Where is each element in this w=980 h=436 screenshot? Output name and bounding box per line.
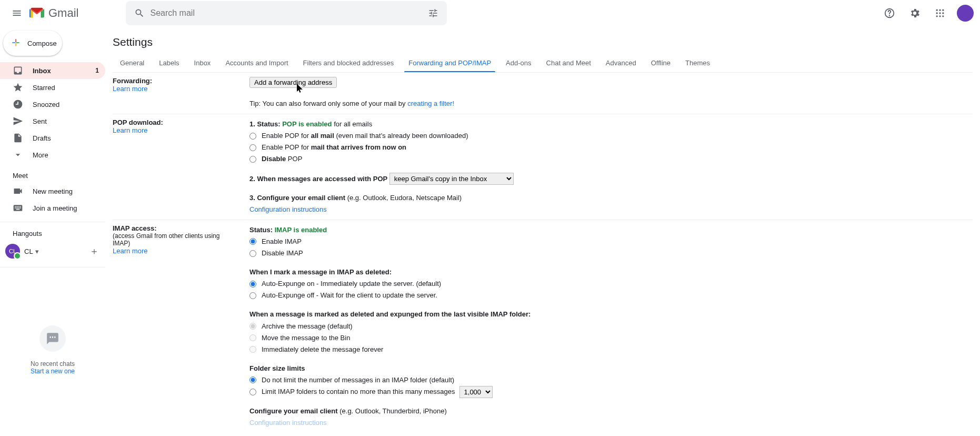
radio-input[interactable] — [249, 144, 256, 151]
tab-chat-and-meet[interactable]: Chat and Meet — [539, 54, 598, 72]
radio-input[interactable] — [249, 334, 256, 341]
svg-point-3 — [939, 9, 941, 11]
radio-input[interactable] — [249, 292, 256, 299]
search-icon — [134, 8, 145, 18]
caret-down-icon[interactable]: ▾ — [35, 247, 39, 255]
radio-input[interactable] — [249, 323, 256, 330]
tab-accounts-and-import[interactable]: Accounts and Import — [218, 54, 295, 72]
pop-disable-option[interactable]: Disable POP — [249, 153, 973, 165]
keyboard-icon — [13, 203, 23, 213]
page-title: Settings — [113, 36, 973, 48]
sidebar-item-inbox[interactable]: Inbox 1 — [0, 62, 105, 79]
radio-input[interactable] — [249, 250, 256, 257]
radio-input[interactable] — [249, 376, 256, 383]
settings-content: Settings GeneralLabelsInboxAccounts and … — [105, 26, 980, 436]
sidebar-item-join-meeting[interactable]: Join a meeting — [0, 200, 105, 216]
tab-forwarding-and-pop-imap[interactable]: Forwarding and POP/IMAP — [401, 54, 498, 72]
svg-point-4 — [942, 9, 944, 11]
archive-option[interactable]: Archive the message (default) — [249, 321, 973, 332]
tab-inbox[interactable]: Inbox — [187, 54, 218, 72]
hangouts-user-row[interactable]: CL CL ▾ ＋ — [0, 241, 105, 262]
settings-button[interactable] — [904, 3, 925, 24]
svg-point-6 — [939, 12, 941, 14]
main-menu-button[interactable] — [4, 1, 29, 26]
limit-option[interactable]: Limit IMAP folders to contain no more th… — [249, 386, 973, 398]
sidebar-item-more[interactable]: More — [0, 146, 105, 163]
support-button[interactable] — [879, 3, 900, 24]
pop-action-select[interactable]: keep Gmail's copy in the Inbox — [389, 173, 514, 185]
compose-button[interactable]: Compose — [3, 31, 62, 56]
expunge-on-option[interactable]: Auto-Expunge on - Immediately update the… — [249, 278, 973, 290]
delete-forever-option[interactable]: Immediately delete the message forever — [249, 344, 973, 355]
search-button[interactable] — [129, 3, 150, 24]
inbox-count: 1 — [95, 67, 99, 74]
add-forwarding-address-button[interactable]: Add a forwarding address — [249, 77, 337, 88]
radio-input[interactable] — [249, 238, 256, 245]
gmail-logo[interactable]: Gmail — [29, 6, 78, 20]
imap-status-prefix: Status: — [249, 226, 275, 234]
svg-point-1 — [889, 15, 890, 16]
sidebar-item-new-meeting[interactable]: New meeting — [0, 183, 105, 200]
no-limit-option[interactable]: Do not limit the number of messages in a… — [249, 374, 973, 386]
chat-bubble-icon — [39, 325, 66, 352]
imap-config-instructions-link[interactable]: Configuration instructions — [249, 419, 327, 427]
svg-point-9 — [939, 15, 941, 17]
pop-enable-all-option[interactable]: Enable POP for all mail (even mail that'… — [249, 130, 973, 142]
pop-label: POP download: — [113, 118, 239, 126]
tab-labels[interactable]: Labels — [152, 54, 186, 72]
forwarding-label: Forwarding: — [113, 77, 239, 85]
svg-point-2 — [936, 9, 938, 11]
user-avatar-icon: CL — [5, 244, 20, 259]
chevron-down-icon — [13, 150, 23, 160]
sidebar-item-sent[interactable]: Sent — [0, 113, 105, 130]
forwarding-learn-more-link[interactable]: Learn more — [113, 85, 147, 93]
pop-config-instructions-link[interactable]: Configuration instructions — [249, 205, 327, 213]
radio-input[interactable] — [249, 133, 256, 140]
svg-point-7 — [942, 12, 944, 14]
folder-limit-select[interactable]: 1,000 — [459, 386, 493, 398]
account-button[interactable] — [955, 3, 976, 24]
file-icon — [13, 133, 23, 143]
start-new-chat-link[interactable]: Start a new one — [0, 368, 105, 375]
pop-enable-new-option[interactable]: Enable POP for mail that arrives from no… — [249, 142, 973, 153]
radio-input[interactable] — [249, 156, 256, 163]
settings-tabs: GeneralLabelsInboxAccounts and ImportFil… — [113, 54, 973, 73]
tab-offline[interactable]: Offline — [644, 54, 678, 72]
tab-advanced[interactable]: Advanced — [598, 54, 644, 72]
tab-filters-and-blocked-addresses[interactable]: Filters and blocked addresses — [296, 54, 402, 72]
apps-button[interactable] — [929, 3, 951, 24]
forwarding-section: Forwarding: Learn more Add a forwarding … — [113, 73, 973, 114]
compose-label: Compose — [27, 39, 57, 47]
pop-config-eg: (e.g. Outlook, Eudora, Netscape Mail) — [345, 194, 462, 202]
radio-input[interactable] — [249, 346, 256, 353]
inbox-icon — [13, 65, 23, 76]
pop-when-label: 2. When messages are accessed with POP — [249, 175, 389, 183]
search-options-button[interactable] — [423, 3, 444, 24]
sidebar-item-label: Sent — [33, 117, 47, 125]
imap-learn-more-link[interactable]: Learn more — [113, 247, 147, 255]
sidebar-item-drafts[interactable]: Drafts — [0, 130, 105, 146]
move-bin-option[interactable]: Move the message to the Bin — [249, 332, 973, 344]
tab-add-ons[interactable]: Add-ons — [498, 54, 538, 72]
tab-themes[interactable]: Themes — [678, 54, 717, 72]
sidebar-item-snoozed[interactable]: Snoozed — [0, 96, 105, 113]
sidebar-item-label: Starred — [33, 84, 55, 92]
new-chat-button[interactable]: ＋ — [89, 245, 99, 257]
sidebar-item-label: Join a meeting — [33, 204, 77, 212]
expunge-off-option[interactable]: Auto-Expunge off - Wait for the client t… — [249, 290, 973, 301]
tab-general[interactable]: General — [113, 54, 152, 72]
apps-grid-icon — [935, 8, 945, 18]
divider — [0, 222, 105, 222]
imap-enable-option[interactable]: Enable IMAP — [249, 236, 973, 247]
pop-download-section: POP download: Learn more 1. Status: POP … — [113, 114, 973, 220]
create-filter-link[interactable]: creating a filter! — [407, 100, 454, 107]
gmail-icon — [29, 7, 44, 19]
sidebar-item-label: More — [33, 151, 48, 159]
radio-input[interactable] — [249, 389, 256, 395]
divider — [0, 267, 105, 267]
imap-disable-option[interactable]: Disable IMAP — [249, 247, 973, 259]
pop-learn-more-link[interactable]: Learn more — [113, 126, 147, 134]
radio-input[interactable] — [249, 281, 256, 288]
sidebar-item-starred[interactable]: Starred — [0, 79, 105, 96]
search-input[interactable] — [150, 8, 423, 18]
